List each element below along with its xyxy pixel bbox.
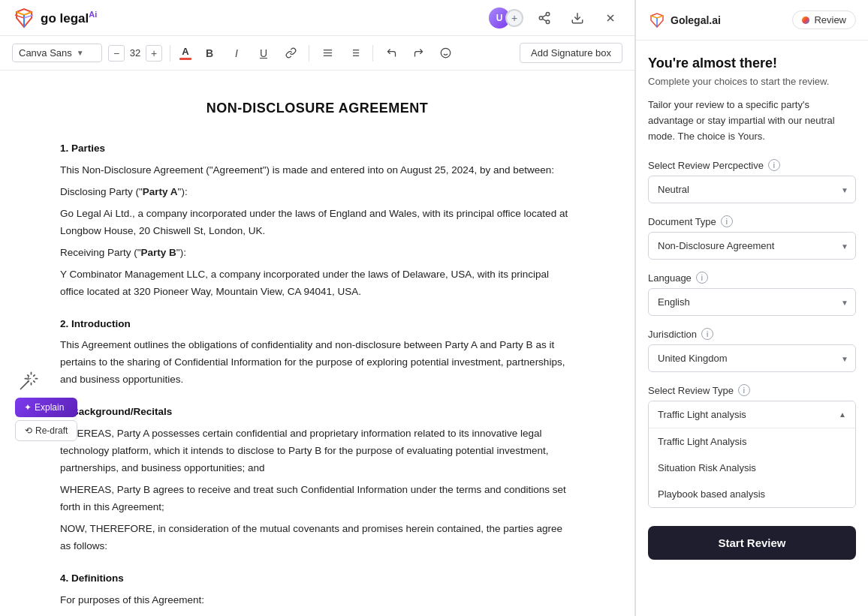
doc-type-group: Document Type i Non-Disclosure Agreement… (648, 215, 856, 260)
language-group: Language i English French German ▼ (648, 272, 856, 316)
document-content-area: ✦ Explain ⟲ Re-draft NON-DISCLOSURE AGRE… (0, 71, 634, 616)
logo-area: go legalAi (12, 6, 97, 30)
doc-type-info-icon[interactable]: i (721, 215, 733, 227)
jurisdiction-label: Jurisdiction i (648, 328, 856, 340)
avatar-group: U + (487, 6, 523, 30)
color-bar (179, 58, 191, 60)
font-size-increase[interactable]: + (146, 45, 162, 62)
review-type-option-situation-risk[interactable]: Situation Risk Analysis (649, 455, 855, 481)
svg-line-3 (542, 19, 546, 21)
review-type-dropdown: Traffic Light analysis ▲ Traffic Light A… (648, 401, 856, 508)
svg-point-0 (546, 12, 550, 16)
perspective-select[interactable]: Neutral Party A Party B (648, 176, 856, 203)
perspective-select-wrap: Neutral Party A Party B ▼ (648, 176, 856, 203)
toolbar-divider-3 (372, 45, 373, 62)
document-title: NON-DISCLOSURE AGREEMENT (60, 101, 574, 116)
underline-button[interactable]: U (253, 43, 274, 64)
review-badge: Review (792, 11, 856, 29)
toolbar-divider-2 (309, 45, 309, 62)
parties-intro: This Non-Disclosure Agreement ("Agreemen… (60, 162, 574, 179)
section-3-heading: 3. Background/Recitals (60, 404, 574, 421)
panel-description: Tailor your review to a specific party's… (648, 98, 856, 144)
svg-point-1 (539, 16, 543, 20)
review-badge-label: Review (814, 14, 846, 26)
review-type-dropdown-header[interactable]: Traffic Light analysis ▲ (649, 401, 855, 428)
link-button[interactable] (280, 43, 301, 64)
language-select[interactable]: English French German (648, 288, 856, 316)
start-review-button[interactable]: Start Review (648, 526, 856, 560)
svg-point-17 (441, 48, 451, 58)
panel-header: Golegal.ai Review (636, 0, 868, 41)
italic-button[interactable]: I (226, 43, 247, 64)
language-info-icon[interactable]: i (696, 272, 708, 284)
doc-type-select[interactable]: Non-Disclosure Agreement Employment Cont… (648, 232, 856, 260)
explain-button[interactable]: ✦ Explain (15, 398, 77, 417)
undo-button[interactable] (381, 43, 402, 64)
svg-point-2 (546, 20, 550, 24)
review-type-current-value: Traffic Light analysis (658, 409, 746, 420)
definitions-intro: For purposes of this Agreement: (60, 592, 574, 609)
confidential-info-def: "Confidential Information" includes, but… (60, 614, 574, 616)
text-color-button[interactable]: A (178, 44, 193, 62)
panel-subtitle: Complete your choices to start the revie… (648, 76, 856, 87)
svg-line-4 (542, 14, 546, 17)
review-type-chevron-up: ▲ (839, 410, 846, 419)
header-actions: U + (487, 6, 622, 30)
review-type-dropdown-items: Traffic Light Analysis Situation Risk An… (649, 428, 855, 507)
logo-ai-badge: Ai (89, 10, 97, 19)
jurisdiction-select[interactable]: United Kingdom United States European Un… (648, 344, 856, 372)
jurisdiction-info-icon[interactable]: i (701, 328, 713, 340)
panel-logo-icon (648, 11, 666, 29)
recitals-3: NOW, THEREFORE, in consideration of the … (60, 521, 574, 555)
section-2-heading: 2. Introduction (60, 316, 574, 333)
section-1-heading: 1. Parties (60, 140, 574, 158)
logo-text: go legalAi (41, 10, 97, 26)
redraft-button[interactable]: ⟲ Re-draft (15, 420, 77, 441)
panel-title: You're almost there! (648, 56, 856, 71)
perspective-info-icon[interactable]: i (768, 159, 780, 171)
review-type-option-playbook[interactable]: Playbook based analysis (649, 481, 855, 507)
perspective-group: Select Review Percpective i Neutral Part… (648, 159, 856, 203)
ai-floating-buttons: ✦ Explain ⟲ Re-draft (15, 371, 77, 441)
panel-body: You're almost there! Complete your choic… (636, 41, 868, 616)
toolbar-divider-1 (170, 45, 170, 62)
panel-brand-name: Golegal.ai (671, 14, 721, 26)
redo-button[interactable] (408, 43, 429, 64)
font-family-select[interactable]: Canva Sans ▼ (12, 44, 102, 62)
jurisdiction-group: Jurisdiction i United Kingdom United Sta… (648, 328, 856, 372)
intro-text: This Agreement outlines the obligations … (60, 337, 574, 389)
jurisdiction-select-wrap: United Kingdom United States European Un… (648, 344, 856, 372)
download-button[interactable] (565, 6, 589, 30)
emoji-button[interactable] (435, 43, 456, 64)
add-signature-button[interactable]: Add Signature box (520, 43, 622, 63)
review-type-info-icon[interactable]: i (738, 384, 750, 396)
top-header: go legalAi U + (0, 0, 634, 36)
review-type-group: Select Review Type i Traffic Light analy… (648, 384, 856, 508)
perspective-label: Select Review Percpective i (648, 159, 856, 171)
panel-brand: Golegal.ai (648, 11, 786, 29)
editor-toolbar: Canva Sans ▼ − 32 + A B I U (0, 36, 634, 71)
receiving-party-label: Receiving Party ("Party B"): (60, 245, 574, 262)
magic-icon (18, 371, 39, 392)
review-badge-dot (802, 17, 809, 24)
add-collaborator-button[interactable]: + (505, 9, 523, 27)
language-select-wrap: English French German ▼ (648, 288, 856, 316)
list-button[interactable] (344, 43, 365, 64)
doc-type-label: Document Type i (648, 215, 856, 227)
document-body: 1. Parties This Non-Disclosure Agreement… (60, 140, 574, 616)
align-button[interactable] (317, 43, 338, 64)
party-b-desc: Y Combinator Management LLC, a company i… (60, 266, 574, 301)
section-4-heading: 4. Definitions (60, 570, 574, 587)
language-label: Language i (648, 272, 856, 284)
disclosing-party-label: Disclosing Party ("Party A"): (60, 184, 574, 201)
font-size-value: 32 (128, 47, 143, 59)
font-family-chevron: ▼ (77, 49, 84, 57)
font-size-decrease[interactable]: − (108, 45, 125, 62)
share-button[interactable] (532, 6, 556, 30)
close-button[interactable] (598, 6, 622, 30)
review-type-option-traffic-light[interactable]: Traffic Light Analysis (649, 428, 855, 455)
right-panel: Golegal.ai Review You're almost there! C… (635, 0, 868, 616)
doc-type-select-wrap: Non-Disclosure Agreement Employment Cont… (648, 232, 856, 260)
bold-button[interactable]: B (199, 43, 220, 64)
party-a-desc: Go Legal Ai Ltd., a company incorporated… (60, 206, 574, 240)
